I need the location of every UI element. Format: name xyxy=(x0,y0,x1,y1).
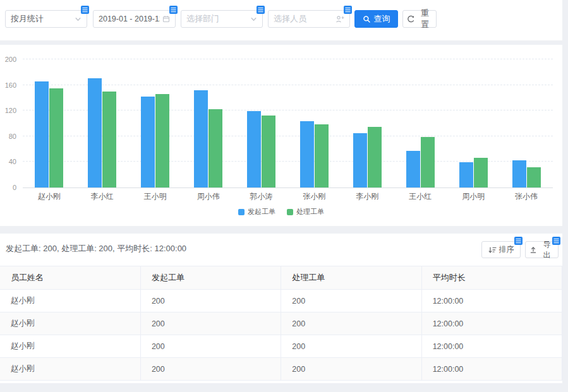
bar-发起工单 xyxy=(353,133,367,187)
bar-处理工单 xyxy=(155,94,169,187)
table-cell: 200 xyxy=(281,290,421,312)
bar-发起工单 xyxy=(35,81,49,187)
x-axis-label: 郭小涛 xyxy=(235,191,288,202)
annotation-badge[interactable] xyxy=(344,6,352,14)
date-range-value: 2019-01 - 2019-12 xyxy=(99,15,160,23)
table-cell: 赵小刚 xyxy=(0,312,140,335)
x-axis-label: 张小刚 xyxy=(288,191,341,202)
chart-card: 04080120160200 赵小刚李小红王小明周小伟郭小涛张小刚李小刚王小红周… xyxy=(0,45,562,226)
bar-处理工单 xyxy=(474,158,488,187)
y-axis-tick: 120 xyxy=(0,107,16,114)
legend-item[interactable]: 处理工单 xyxy=(287,207,324,217)
column-header: 平均时长 xyxy=(421,266,562,290)
bar-发起工单 xyxy=(406,151,420,187)
annotation-badge[interactable] xyxy=(169,6,178,14)
calendar-icon xyxy=(162,15,170,23)
bar-处理工单 xyxy=(262,116,275,187)
bar-处理工单 xyxy=(315,124,329,187)
y-axis-tick: 160 xyxy=(0,81,16,89)
bar-发起工单 xyxy=(300,121,314,187)
annotation-badge[interactable] xyxy=(514,237,523,245)
annotation-badge[interactable] xyxy=(81,6,89,14)
x-axis-label: 李小红 xyxy=(76,191,129,202)
filter-toolbar: 按月统计 2019-01 - 2019-12 选择部门 xyxy=(0,0,562,40)
table-row: 赵小刚20020012:00:00 xyxy=(0,312,562,335)
chart-y-axis: 04080120160200 xyxy=(0,59,18,187)
chart-category-slot: 王小红 xyxy=(394,59,447,187)
table-cell: 赵小刚 xyxy=(0,290,140,312)
query-button[interactable]: 查询 xyxy=(354,10,398,28)
department-select-placeholder: 选择部门 xyxy=(186,13,248,25)
table-cell: 12:00:00 xyxy=(421,335,562,358)
legend-swatch-icon xyxy=(238,209,245,215)
sort-button-label: 排序 xyxy=(499,244,514,255)
period-select-value: 按月统计 xyxy=(11,13,72,25)
y-axis-tick: 40 xyxy=(0,158,16,165)
sort-amount-icon xyxy=(488,246,497,254)
column-header: 发起工单 xyxy=(140,266,281,290)
bar-处理工单 xyxy=(208,109,222,187)
person-input-placeholder: 选择人员 xyxy=(274,13,333,25)
chevron-down-icon xyxy=(75,16,82,23)
bar-发起工单 xyxy=(194,90,208,187)
table-cell: 12:00:00 xyxy=(421,358,562,381)
bar-发起工单 xyxy=(247,111,261,187)
search-icon xyxy=(363,15,371,23)
x-axis-label: 王小明 xyxy=(129,191,182,202)
chart-category-slot: 张小刚 xyxy=(288,59,341,187)
bar-发起工单 xyxy=(459,162,473,187)
annotation-badge[interactable] xyxy=(552,237,560,245)
y-axis-tick: 80 xyxy=(0,133,16,140)
legend-label: 发起工单 xyxy=(248,207,275,217)
screen: 按月统计 2019-01 - 2019-12 选择部门 xyxy=(0,0,568,392)
annotation-badge[interactable] xyxy=(257,6,265,14)
department-select[interactable]: 选择部门 xyxy=(181,10,263,28)
data-table: 员工姓名发起工单处理工单平均时长 赵小刚20020012:00:00赵小刚200… xyxy=(0,266,562,381)
bar-处理工单 xyxy=(49,88,63,187)
chevron-down-icon xyxy=(250,16,257,23)
reset-button-label: 重置 xyxy=(418,8,432,30)
bar-处理工单 xyxy=(527,167,541,187)
summary-text: 发起工单: 200, 处理工单: 200, 平均时长: 12:00:00 xyxy=(6,243,186,254)
refresh-icon xyxy=(407,15,414,23)
table-row: 赵小刚20020012:00:00 xyxy=(0,290,562,312)
reset-button[interactable]: 重置 xyxy=(402,10,437,28)
chart-category-slot: 李小刚 xyxy=(341,59,394,187)
table-cell: 200 xyxy=(281,335,421,358)
table-cell: 200 xyxy=(140,312,281,335)
person-input[interactable]: 选择人员 xyxy=(268,10,350,28)
legend-label: 处理工单 xyxy=(296,207,324,217)
date-range-input[interactable]: 2019-01 - 2019-12 xyxy=(93,10,176,28)
bar-发起工单 xyxy=(141,97,155,187)
table-cell: 200 xyxy=(281,358,421,381)
bar-发起工单 xyxy=(88,78,102,187)
column-header: 处理工单 xyxy=(281,266,421,290)
x-axis-label: 王小红 xyxy=(394,191,447,202)
chart-legend: 发起工单处理工单 xyxy=(0,207,562,217)
chart-category-slot: 王小明 xyxy=(129,59,182,187)
person-add-icon xyxy=(335,15,344,23)
table-cell: 200 xyxy=(140,358,281,381)
chart-category-slot: 郭小涛 xyxy=(235,59,288,187)
chart-plot: 赵小刚李小红王小明周小伟郭小涛张小刚李小刚王小红周小明张小伟 xyxy=(23,59,553,188)
bar-处理工单 xyxy=(368,127,382,187)
chart-category-slot: 周小明 xyxy=(447,59,500,187)
legend-swatch-icon xyxy=(287,209,293,215)
table-row: 赵小刚20020012:00:00 xyxy=(0,358,562,381)
export-button[interactable]: 导出 xyxy=(525,241,559,258)
table-card: 发起工单: 200, 处理工单: 200, 平均时长: 12:00:00 排序 … xyxy=(0,234,562,383)
chart-category-slot: 周小伟 xyxy=(182,59,235,187)
table-cell: 12:00:00 xyxy=(421,290,562,312)
bar-发起工单 xyxy=(512,160,526,187)
x-axis-label: 赵小刚 xyxy=(23,191,76,202)
legend-item[interactable]: 发起工单 xyxy=(238,207,275,217)
table-cell: 200 xyxy=(140,290,281,312)
upload-icon xyxy=(529,246,537,254)
column-header: 员工姓名 xyxy=(0,266,140,290)
bar-处理工单 xyxy=(421,137,435,187)
x-axis-label: 李小刚 xyxy=(341,191,394,202)
period-select[interactable]: 按月统计 xyxy=(5,10,87,28)
chart-category-slot: 张小伟 xyxy=(500,59,553,187)
sort-button[interactable]: 排序 xyxy=(481,241,521,258)
table-body: 赵小刚20020012:00:00赵小刚20020012:00:00赵小刚200… xyxy=(0,290,562,381)
